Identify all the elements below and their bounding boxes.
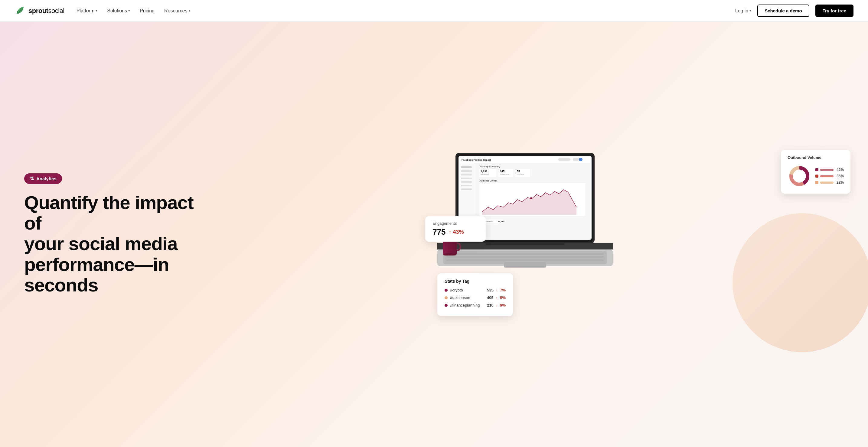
logo-icon xyxy=(14,5,25,16)
svg-point-46 xyxy=(443,253,457,256)
nav-pricing[interactable]: Pricing xyxy=(140,8,155,13)
background-shape xyxy=(733,213,868,352)
svg-rect-18 xyxy=(461,185,472,186)
svg-rect-43 xyxy=(504,262,546,268)
chevron-down-icon: ▾ xyxy=(189,9,190,13)
stats-row-taxseason: #taxseason 405 ↑ 5% xyxy=(444,296,506,300)
nav-right: Log in ▾ Schedule a demo Try for free xyxy=(735,4,854,17)
nav-left: sproutsocial Platform ▾ Solutions ▾ Pric… xyxy=(14,5,190,16)
svg-rect-42 xyxy=(446,259,604,261)
svg-point-50 xyxy=(793,170,806,183)
stats-by-tag-card: Stats by Tag #crypto 535 ↑ 7% #taxseason… xyxy=(437,273,513,316)
circle-arcs-decoration xyxy=(477,159,531,213)
navbar: sproutsocial Platform ▾ Solutions ▾ Pric… xyxy=(0,0,868,22)
svg-rect-41 xyxy=(446,256,604,258)
engagements-value: 775 ↑ 43% xyxy=(433,228,478,237)
logo[interactable]: sproutsocial xyxy=(14,5,64,16)
nav-resources[interactable]: Resources ▾ xyxy=(164,8,190,13)
try-free-button[interactable]: Try for free xyxy=(815,4,854,17)
engagements-label: Engagements xyxy=(433,221,478,226)
svg-rect-17 xyxy=(461,181,472,183)
svg-rect-13 xyxy=(461,166,472,168)
hero-left: ⚗ Analytics Quantify the impact of your … xyxy=(24,173,422,296)
chevron-down-icon: ▾ xyxy=(749,9,751,13)
svg-rect-10 xyxy=(573,158,579,161)
svg-point-2 xyxy=(480,162,528,210)
donut-legend: 42% 36% 22% xyxy=(815,168,844,184)
svg-text:12,012: 12,012 xyxy=(498,220,504,223)
svg-rect-19 xyxy=(461,188,472,190)
login-button[interactable]: Log in ▾ xyxy=(735,8,751,13)
outbound-title: Outbound Volume xyxy=(787,155,844,160)
stats-title: Stats by Tag xyxy=(444,279,506,284)
hero-section: ⚗ Analytics Quantify the impact of your … xyxy=(0,22,868,447)
svg-point-1 xyxy=(486,168,522,204)
svg-rect-40 xyxy=(446,253,604,255)
nav-platform[interactable]: Platform ▾ xyxy=(76,8,98,13)
svg-rect-9 xyxy=(558,158,570,161)
stats-row-financeplanning: #financeplanning 210 ↑ 9% xyxy=(444,303,506,307)
outbound-volume-card: Outbound Volume 42% xyxy=(781,150,850,194)
schedule-demo-button[interactable]: Schedule a demo xyxy=(757,4,809,17)
svg-rect-37 xyxy=(486,243,564,245)
badge-label: Analytics xyxy=(36,176,57,181)
svg-rect-14 xyxy=(461,170,472,172)
analytics-badge: ⚗ Analytics xyxy=(24,173,62,184)
stats-row-crypto: #crypto 535 ↑ 7% xyxy=(444,288,506,293)
nav-solutions[interactable]: Solutions ▾ xyxy=(107,8,130,13)
hero-title: Quantify the impact of your social media… xyxy=(24,193,212,296)
svg-point-0 xyxy=(492,174,516,198)
chevron-down-icon: ▾ xyxy=(128,9,130,13)
logo-text: sproutsocial xyxy=(28,7,64,15)
donut-chart xyxy=(787,164,811,188)
svg-point-11 xyxy=(579,158,583,161)
svg-rect-16 xyxy=(461,178,472,179)
chevron-down-icon: ▾ xyxy=(96,9,97,13)
hero-right: Facebook Profiles Report Activity Summar… xyxy=(422,147,854,322)
nav-links: Platform ▾ Solutions ▾ Pricing Resources… xyxy=(76,8,190,13)
svg-rect-15 xyxy=(461,174,472,175)
engagements-card: Engagements 775 ↑ 43% xyxy=(425,216,486,242)
analytics-icon: ⚗ xyxy=(30,176,34,181)
